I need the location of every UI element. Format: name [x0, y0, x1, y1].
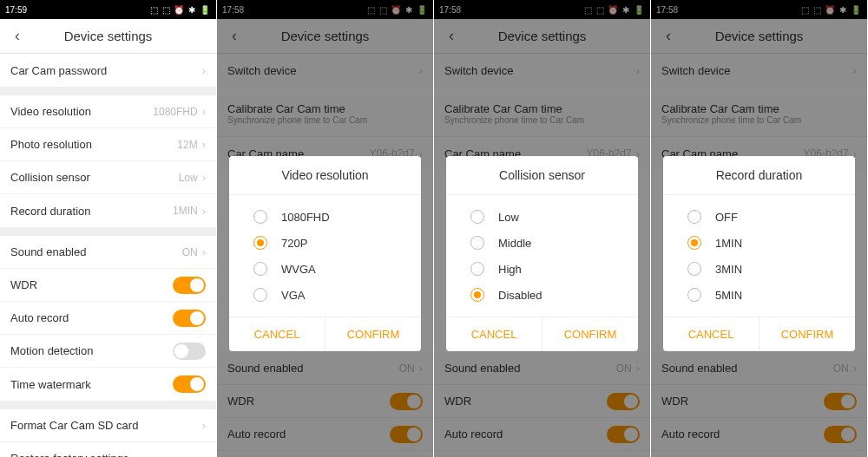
chevron-right-icon: › — [202, 452, 206, 457]
row-motion-detection: Motion detection — [0, 335, 216, 368]
confirm-button[interactable]: CONFIRM — [326, 317, 421, 351]
dialog-title: Record duration — [663, 156, 855, 195]
chevron-right-icon: › — [202, 105, 206, 118]
chevron-right-icon: › — [202, 171, 206, 184]
dialog-title: Collision sensor — [446, 156, 638, 195]
dialog-option[interactable]: Middle — [446, 230, 638, 256]
row-collision-sensor[interactable]: Collision sensorLow› — [0, 161, 216, 194]
header: ‹ Device settings — [0, 19, 216, 54]
option-label: VGA — [281, 289, 305, 302]
confirm-button[interactable]: CONFIRM — [542, 317, 638, 351]
radio-icon — [470, 236, 484, 250]
radio-icon — [470, 262, 484, 276]
radio-icon — [253, 236, 267, 250]
chevron-right-icon: › — [202, 138, 206, 151]
dialog-d1: Video resolution 1080FHD720PWVGAVGA CANC… — [229, 156, 421, 351]
radio-icon — [687, 236, 701, 250]
option-label: OFF — [715, 211, 738, 224]
screen-dialog: 17:58⬚ ⬚ ⏰ ✱ 🔋 ‹ Device settings Switch … — [651, 0, 868, 457]
screen-1: 17:59⬚ ⬚ ⏰ ✱ 🔋 ‹ Device settings Car Cam… — [0, 0, 217, 457]
radio-icon — [687, 288, 701, 302]
row-wdr: WDR — [0, 269, 216, 302]
toggle-motion-detection[interactable] — [173, 343, 206, 360]
dialog-option[interactable]: 5MIN — [663, 282, 855, 308]
confirm-button[interactable]: CONFIRM — [760, 317, 855, 351]
dialog-options: OFF1MIN3MIN5MIN — [663, 195, 855, 317]
radio-icon — [253, 210, 267, 224]
dialog-option[interactable]: 3MIN — [663, 256, 855, 282]
chevron-right-icon: › — [202, 419, 206, 432]
dialog-option[interactable]: 1MIN — [663, 230, 855, 256]
dialog-option[interactable]: 720P — [229, 230, 421, 256]
dialog-options: 1080FHD720PWVGAVGA — [229, 195, 421, 317]
dialog-option[interactable]: Low — [446, 204, 638, 230]
option-label: 720P — [281, 237, 307, 250]
dialog-d2: Collision sensor LowMiddleHighDisabled C… — [446, 156, 638, 351]
chevron-right-icon: › — [202, 64, 206, 77]
option-label: WVGA — [281, 263, 316, 276]
option-label: 3MIN — [715, 263, 742, 276]
option-label: Disabled — [498, 289, 542, 302]
cancel-button[interactable]: CANCEL — [663, 317, 760, 351]
dialog-option[interactable]: 1080FHD — [229, 204, 421, 230]
row-restore-factory[interactable]: Restore factory settings› — [0, 442, 216, 457]
dialog-option[interactable]: OFF — [663, 204, 855, 230]
option-label: High — [498, 263, 522, 276]
row-sound-enabled[interactable]: Sound enabledON› — [0, 236, 216, 269]
radio-icon — [470, 288, 484, 302]
radio-icon — [687, 210, 701, 224]
row-record-duration[interactable]: Record duration1MIN› — [0, 194, 216, 227]
dialog-title: Video resolution — [229, 156, 421, 195]
dialog-option[interactable]: VGA — [229, 282, 421, 308]
back-button[interactable]: ‹ — [0, 27, 35, 45]
dialog-option[interactable]: Disabled — [446, 282, 638, 308]
dialog-option[interactable]: WVGA — [229, 256, 421, 282]
toggle-time-watermark[interactable] — [173, 375, 206, 393]
row-carcam-password[interactable]: Car Cam password› — [0, 54, 216, 87]
status-bar: 17:59⬚ ⬚ ⏰ ✱ 🔋 — [0, 0, 216, 19]
screen-dialog: 17:58⬚ ⬚ ⏰ ✱ 🔋 ‹ Device settings Switch … — [217, 0, 434, 457]
row-auto-record: Auto record — [0, 302, 216, 335]
option-label: 1080FHD — [281, 211, 330, 224]
toggle-wdr[interactable] — [173, 277, 206, 294]
radio-icon — [470, 210, 484, 224]
row-time-watermark: Time watermark — [0, 368, 216, 401]
option-label: Low — [498, 211, 519, 224]
chevron-right-icon: › — [202, 245, 206, 258]
radio-icon — [253, 288, 267, 302]
dialog-d3: Record duration OFF1MIN3MIN5MIN CANCEL C… — [663, 156, 855, 351]
option-label: 5MIN — [715, 289, 742, 302]
row-photo-resolution[interactable]: Photo resolution12M› — [0, 128, 216, 161]
dialog-options: LowMiddleHighDisabled — [446, 195, 638, 317]
dialog-option[interactable]: High — [446, 256, 638, 282]
screen-dialog: 17:58⬚ ⬚ ⏰ ✱ 🔋 ‹ Device settings Switch … — [434, 0, 651, 457]
radio-icon — [253, 262, 267, 276]
toggle-auto-record[interactable] — [173, 310, 206, 327]
cancel-button[interactable]: CANCEL — [446, 317, 542, 351]
option-label: Middle — [498, 237, 531, 250]
radio-icon — [687, 262, 701, 276]
row-video-resolution[interactable]: Video resolution1080FHD› — [0, 95, 216, 128]
cancel-button[interactable]: CANCEL — [229, 317, 326, 351]
chevron-right-icon: › — [202, 205, 206, 218]
option-label: 1MIN — [715, 237, 742, 250]
row-format-sd[interactable]: Format Car Cam SD card› — [0, 409, 216, 442]
